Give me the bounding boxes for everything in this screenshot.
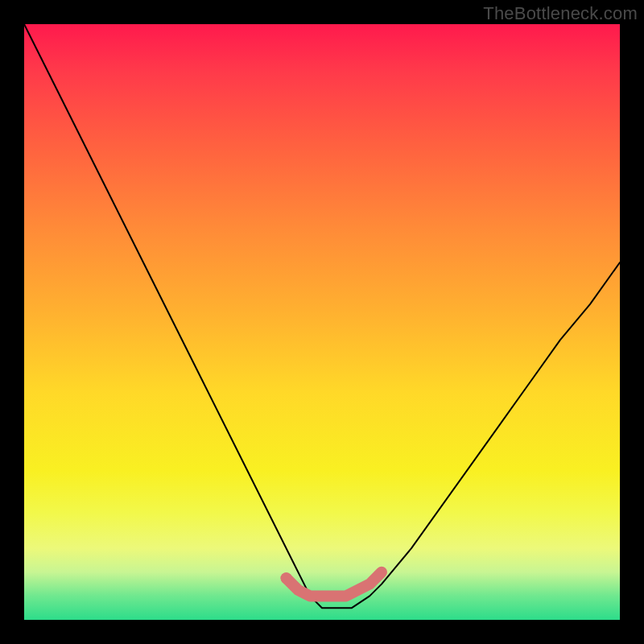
chart-svg xyxy=(24,24,620,620)
watermark-text: TheBottleneck.com xyxy=(483,3,638,24)
trough-marker-dot xyxy=(281,572,292,584)
bottleneck-curve xyxy=(24,24,620,608)
gradient-plot-area xyxy=(24,24,620,620)
